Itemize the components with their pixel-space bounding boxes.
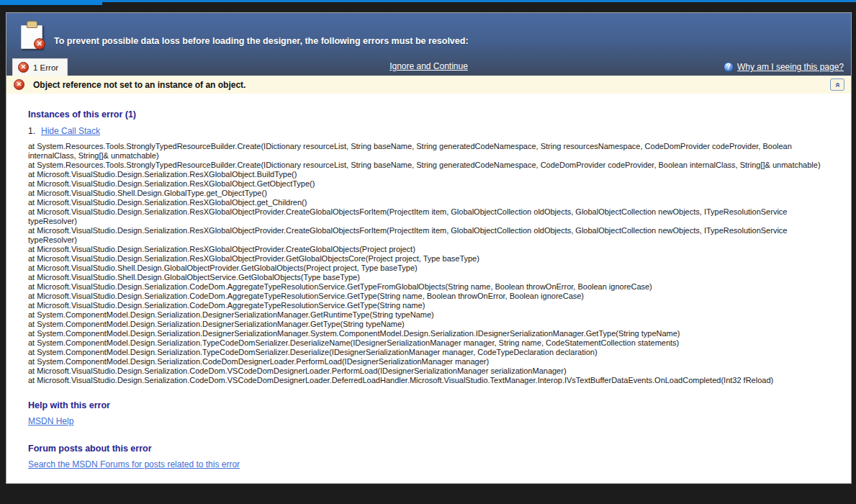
chevron-double-up-icon: » (833, 82, 842, 87)
why-link-group: ? Why am I seeing this page? (724, 62, 844, 72)
instance-number: 1. (28, 126, 35, 136)
stack-frame: at Microsoft.VisualStudio.Design.Seriali… (28, 366, 829, 376)
stack-frame: at Microsoft.VisualStudio.Design.Seriali… (28, 376, 829, 385)
stack-frame: at System.ComponentModel.Design.Serializ… (28, 329, 829, 338)
error-page-body: Instances of this error (1) 1.Hide Call … (6, 94, 851, 470)
stack-frame: at System.Resources.Tools.StronglyTypedR… (28, 142, 829, 161)
error-x-icon: ✕ (18, 62, 29, 73)
call-stack: at System.Resources.Tools.StronglyTypedR… (28, 142, 829, 385)
stack-frame: at System.ComponentModel.Design.Serializ… (28, 338, 829, 348)
stack-frame: at Microsoft.VisualStudio.Design.Seriali… (28, 254, 829, 264)
stack-frame: at Microsoft.VisualStudio.Design.Seriali… (28, 207, 829, 226)
help-question-icon: ? (724, 62, 734, 72)
error-page-header: ✕ To prevent possible data loss before l… (6, 13, 851, 76)
stack-frame: at Microsoft.VisualStudio.Design.Seriali… (28, 179, 829, 189)
error-message-text: Object reference not set to an instance … (33, 80, 245, 90)
stack-frame: at Microsoft.VisualStudio.Design.Seriali… (28, 170, 829, 179)
stack-frame: at Microsoft.VisualStudio.Shell.Design.G… (28, 264, 829, 273)
error-badge-icon: ✕ (34, 38, 45, 50)
stack-frame: at System.ComponentModel.Design.Serializ… (28, 357, 829, 366)
help-heading: Help with this error (28, 400, 829, 410)
designer-error-page: ✕ To prevent possible data loss before l… (6, 12, 852, 484)
stack-frame: at Microsoft.VisualStudio.Shell.Design.G… (28, 273, 829, 282)
instance-item: 1.Hide Call Stack (28, 126, 829, 136)
stack-frame: at Microsoft.VisualStudio.Design.Seriali… (28, 226, 829, 245)
header-message: To prevent possible data loss before loa… (54, 36, 829, 46)
clipboard-clip (27, 21, 37, 28)
hide-call-stack-link[interactable]: Hide Call Stack (41, 126, 100, 136)
msdn-help-link[interactable]: MSDN Help (28, 416, 73, 426)
why-am-i-seeing-link[interactable]: Why am I seeing this page? (737, 62, 844, 72)
stack-frame: at System.Resources.Tools.StronglyTypedR… (28, 161, 829, 170)
forum-heading: Forum posts about this error (28, 444, 829, 454)
stack-frame: at System.ComponentModel.Design.Serializ… (28, 320, 829, 329)
window-tab-accent (0, 0, 102, 5)
instances-heading: Instances of this error (1) (28, 109, 829, 120)
stack-frame: at Microsoft.VisualStudio.Design.Seriali… (28, 301, 829, 310)
stack-frame: at Microsoft.VisualStudio.Design.Seriali… (28, 292, 829, 301)
stack-frame: at Microsoft.VisualStudio.Design.Seriali… (28, 282, 829, 292)
clipboard-error-icon: ✕ (19, 21, 47, 51)
search-msdn-forums-link[interactable]: Search the MSDN Forums for posts related… (28, 459, 240, 469)
error-x-icon: ✕ (14, 79, 24, 90)
stack-frame: at Microsoft.VisualStudio.Design.Seriali… (28, 198, 829, 207)
collapse-error-button[interactable]: » (830, 78, 844, 91)
ignore-and-continue-link[interactable]: Ignore and Continue (389, 61, 468, 71)
error-count-tab[interactable]: ✕ 1 Error (12, 58, 68, 76)
error-count-label: 1 Error (33, 63, 58, 72)
window-top-border (0, 0, 856, 2)
stack-frame: at System.ComponentModel.Design.Serializ… (28, 348, 829, 357)
stack-frame: at System.ComponentModel.Design.Serializ… (28, 310, 829, 320)
window-titlebar (0, 0, 856, 12)
stack-frame: at Microsoft.VisualStudio.Design.Seriali… (28, 245, 829, 254)
stack-frame: at Microsoft.VisualStudio.Shell.Design.G… (28, 189, 829, 198)
error-message-bar: ✕ Object reference not set to an instanc… (6, 76, 851, 94)
